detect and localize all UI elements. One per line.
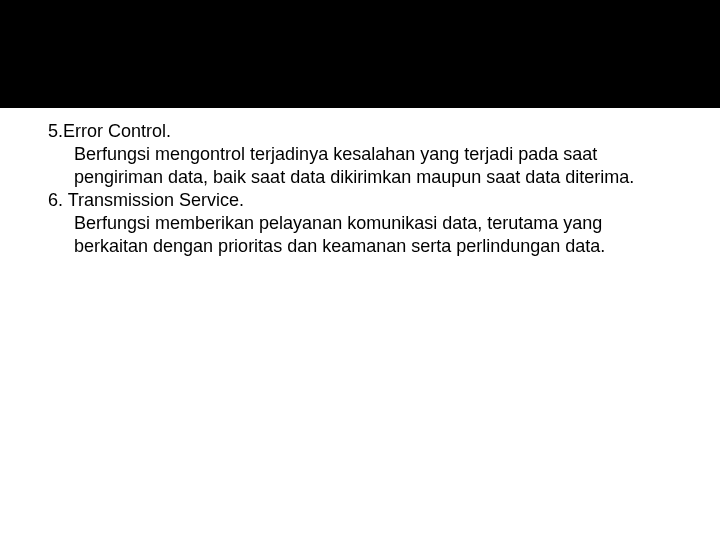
slide: 5.Error Control. Berfungsi mengontrol te… [0, 0, 720, 540]
item-title: Transmission Service. [68, 190, 244, 210]
item-number: 6. [48, 190, 63, 210]
list-item-5-header: 5.Error Control. [48, 120, 668, 143]
content-block: 5.Error Control. Berfungsi mengontrol te… [48, 120, 668, 258]
item-number: 5. [48, 121, 63, 141]
item-title: Error Control. [63, 121, 171, 141]
top-black-bar [0, 0, 720, 108]
list-item-5-body: Berfungsi mengontrol terjadinya kesalaha… [74, 143, 668, 189]
list-item-6-body: Berfungsi memberikan pelayanan komunikas… [74, 212, 668, 258]
list-item-6-header: 6. Transmission Service. [48, 189, 668, 212]
